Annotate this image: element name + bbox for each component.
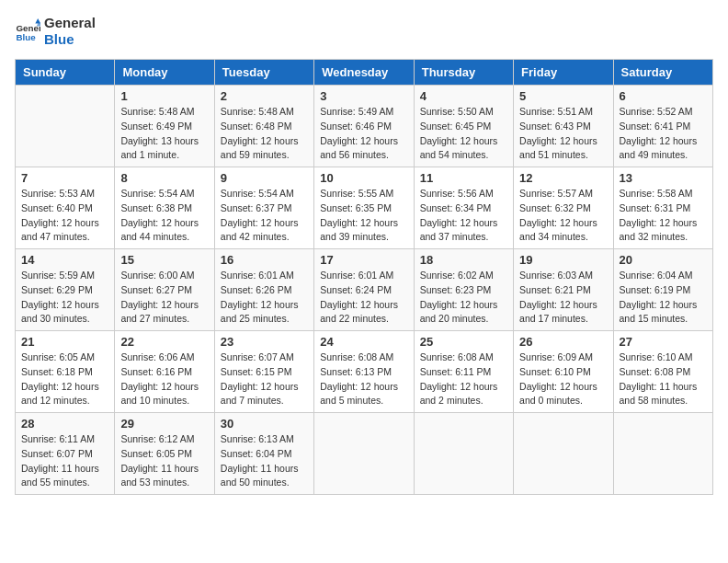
col-header-saturday: Saturday	[613, 60, 712, 86]
day-number: 14	[21, 253, 108, 267]
day-info: Sunrise: 6:12 AM Sunset: 6:05 PM Dayligh…	[120, 432, 208, 490]
day-info: Sunrise: 6:07 AM Sunset: 6:15 PM Dayligh…	[221, 350, 308, 408]
day-info: Sunrise: 5:57 AM Sunset: 6:32 PM Dayligh…	[519, 187, 607, 245]
day-number: 24	[320, 335, 407, 349]
day-number: 23	[221, 335, 308, 349]
calendar-cell: 15Sunrise: 6:00 AM Sunset: 6:27 PM Dayli…	[115, 249, 214, 331]
day-number: 29	[120, 417, 208, 431]
day-info: Sunrise: 6:10 AM Sunset: 6:08 PM Dayligh…	[620, 350, 707, 408]
col-header-tuesday: Tuesday	[214, 60, 313, 86]
calendar-cell: 2Sunrise: 5:48 AM Sunset: 6:48 PM Daylig…	[214, 86, 313, 167]
day-number: 9	[221, 171, 308, 185]
day-number: 21	[21, 335, 108, 349]
calendar-cell: 10Sunrise: 5:55 AM Sunset: 6:35 PM Dayli…	[314, 167, 414, 249]
day-info: Sunrise: 6:08 AM Sunset: 6:13 PM Dayligh…	[320, 350, 407, 408]
logo-icon: General Blue	[15, 18, 40, 44]
day-number: 8	[120, 171, 208, 185]
week-row-2: 7Sunrise: 5:53 AM Sunset: 6:40 PM Daylig…	[16, 167, 713, 249]
day-info: Sunrise: 5:59 AM Sunset: 6:29 PM Dayligh…	[21, 269, 108, 327]
calendar-cell: 23Sunrise: 6:07 AM Sunset: 6:15 PM Dayli…	[214, 331, 313, 413]
logo: General Blue General Blue	[15, 15, 96, 48]
col-header-thursday: Thursday	[414, 60, 513, 86]
day-info: Sunrise: 5:52 AM Sunset: 6:41 PM Dayligh…	[620, 105, 707, 163]
calendar-table: SundayMondayTuesdayWednesdayThursdayFrid…	[15, 59, 713, 495]
day-info: Sunrise: 6:13 AM Sunset: 6:04 PM Dayligh…	[221, 432, 308, 490]
day-number: 22	[120, 335, 208, 349]
day-number: 27	[620, 335, 707, 349]
calendar-cell: 18Sunrise: 6:02 AM Sunset: 6:23 PM Dayli…	[414, 249, 513, 331]
day-info: Sunrise: 6:02 AM Sunset: 6:23 PM Dayligh…	[420, 269, 507, 327]
day-info: Sunrise: 6:08 AM Sunset: 6:11 PM Dayligh…	[420, 350, 507, 408]
col-header-wednesday: Wednesday	[314, 60, 414, 86]
calendar-cell: 5Sunrise: 5:51 AM Sunset: 6:43 PM Daylig…	[514, 86, 613, 167]
day-number: 4	[420, 89, 507, 103]
page-header: General Blue General Blue	[15, 15, 713, 48]
day-number: 28	[21, 417, 108, 431]
calendar-cell: 22Sunrise: 6:06 AM Sunset: 6:16 PM Dayli…	[115, 331, 214, 413]
day-info: Sunrise: 6:05 AM Sunset: 6:18 PM Dayligh…	[21, 350, 108, 408]
day-info: Sunrise: 5:49 AM Sunset: 6:46 PM Dayligh…	[320, 105, 407, 163]
calendar-cell: 11Sunrise: 5:56 AM Sunset: 6:34 PM Dayli…	[414, 167, 513, 249]
day-info: Sunrise: 5:56 AM Sunset: 6:34 PM Dayligh…	[420, 187, 507, 245]
calendar-cell	[16, 86, 115, 167]
day-info: Sunrise: 5:53 AM Sunset: 6:40 PM Dayligh…	[21, 187, 108, 245]
calendar-cell: 21Sunrise: 6:05 AM Sunset: 6:18 PM Dayli…	[16, 331, 115, 413]
calendar-cell: 12Sunrise: 5:57 AM Sunset: 6:32 PM Dayli…	[514, 167, 613, 249]
calendar-cell: 9Sunrise: 5:54 AM Sunset: 6:37 PM Daylig…	[214, 167, 313, 249]
week-row-5: 28Sunrise: 6:11 AM Sunset: 6:07 PM Dayli…	[16, 413, 713, 495]
day-number: 6	[620, 89, 707, 103]
day-number: 25	[420, 335, 507, 349]
logo-blue-text: Blue	[44, 31, 96, 48]
day-number: 17	[320, 253, 407, 267]
day-info: Sunrise: 6:03 AM Sunset: 6:21 PM Dayligh…	[519, 269, 607, 327]
day-info: Sunrise: 5:54 AM Sunset: 6:38 PM Dayligh…	[120, 187, 208, 245]
day-number: 7	[21, 171, 108, 185]
day-number: 2	[221, 89, 308, 103]
day-info: Sunrise: 6:11 AM Sunset: 6:07 PM Dayligh…	[21, 432, 108, 490]
day-number: 3	[320, 89, 407, 103]
calendar-cell: 1Sunrise: 5:48 AM Sunset: 6:49 PM Daylig…	[115, 86, 214, 167]
week-row-1: 1Sunrise: 5:48 AM Sunset: 6:49 PM Daylig…	[16, 86, 713, 167]
calendar-cell: 30Sunrise: 6:13 AM Sunset: 6:04 PM Dayli…	[214, 413, 313, 495]
logo-general-text: General	[44, 15, 96, 31]
day-number: 13	[620, 171, 707, 185]
day-number: 30	[221, 417, 308, 431]
day-info: Sunrise: 6:01 AM Sunset: 6:24 PM Dayligh…	[320, 269, 407, 327]
col-header-friday: Friday	[514, 60, 613, 86]
calendar-cell: 29Sunrise: 6:12 AM Sunset: 6:05 PM Dayli…	[115, 413, 214, 495]
day-number: 12	[519, 171, 607, 185]
calendar-header-row: SundayMondayTuesdayWednesdayThursdayFrid…	[16, 60, 713, 86]
day-info: Sunrise: 5:50 AM Sunset: 6:45 PM Dayligh…	[420, 105, 507, 163]
week-row-4: 21Sunrise: 6:05 AM Sunset: 6:18 PM Dayli…	[16, 331, 713, 413]
calendar-cell: 7Sunrise: 5:53 AM Sunset: 6:40 PM Daylig…	[16, 167, 115, 249]
day-info: Sunrise: 5:54 AM Sunset: 6:37 PM Dayligh…	[221, 187, 308, 245]
calendar-cell: 6Sunrise: 5:52 AM Sunset: 6:41 PM Daylig…	[613, 86, 712, 167]
week-row-3: 14Sunrise: 5:59 AM Sunset: 6:29 PM Dayli…	[16, 249, 713, 331]
day-number: 5	[519, 89, 607, 103]
calendar-cell: 4Sunrise: 5:50 AM Sunset: 6:45 PM Daylig…	[414, 86, 513, 167]
day-number: 11	[420, 171, 507, 185]
day-info: Sunrise: 5:48 AM Sunset: 6:48 PM Dayligh…	[221, 105, 308, 163]
day-info: Sunrise: 5:58 AM Sunset: 6:31 PM Dayligh…	[620, 187, 707, 245]
calendar-cell: 14Sunrise: 5:59 AM Sunset: 6:29 PM Dayli…	[16, 249, 115, 331]
day-info: Sunrise: 5:51 AM Sunset: 6:43 PM Dayligh…	[519, 105, 607, 163]
calendar-cell	[613, 413, 712, 495]
calendar-cell	[514, 413, 613, 495]
day-info: Sunrise: 6:06 AM Sunset: 6:16 PM Dayligh…	[120, 350, 208, 408]
calendar-cell: 19Sunrise: 6:03 AM Sunset: 6:21 PM Dayli…	[514, 249, 613, 331]
calendar-cell: 27Sunrise: 6:10 AM Sunset: 6:08 PM Dayli…	[613, 331, 712, 413]
day-number: 19	[519, 253, 607, 267]
day-number: 18	[420, 253, 507, 267]
day-number: 26	[519, 335, 607, 349]
calendar-cell: 20Sunrise: 6:04 AM Sunset: 6:19 PM Dayli…	[613, 249, 712, 331]
day-number: 1	[120, 89, 208, 103]
day-info: Sunrise: 6:09 AM Sunset: 6:10 PM Dayligh…	[519, 350, 607, 408]
calendar-cell: 17Sunrise: 6:01 AM Sunset: 6:24 PM Dayli…	[314, 249, 414, 331]
calendar-cell: 26Sunrise: 6:09 AM Sunset: 6:10 PM Dayli…	[514, 331, 613, 413]
day-info: Sunrise: 6:04 AM Sunset: 6:19 PM Dayligh…	[620, 269, 707, 327]
day-number: 15	[120, 253, 208, 267]
col-header-sunday: Sunday	[16, 60, 115, 86]
col-header-monday: Monday	[115, 60, 214, 86]
svg-text:Blue: Blue	[16, 32, 36, 42]
calendar-cell: 8Sunrise: 5:54 AM Sunset: 6:38 PM Daylig…	[115, 167, 214, 249]
